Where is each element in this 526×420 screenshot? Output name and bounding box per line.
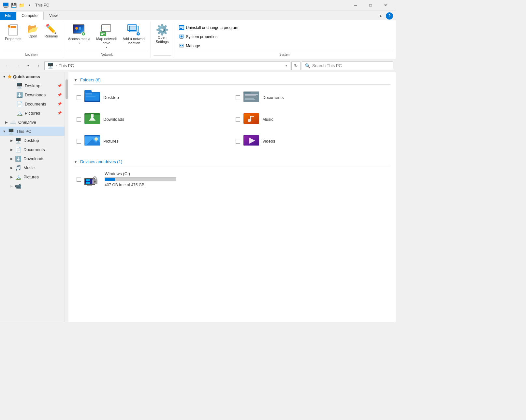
open-settings-button[interactable]: ⚙️ OpenSettings	[153, 23, 171, 46]
folder-desktop[interactable]: Desktop	[74, 87, 231, 108]
maximize-button[interactable]: □	[363, 0, 378, 10]
pictures-qa-icon: 🏔️	[16, 110, 23, 116]
path-dropdown-arrow[interactable]: ▾	[285, 64, 287, 67]
network-group-label: Network	[66, 52, 148, 56]
svg-rect-51	[88, 179, 90, 181]
music-pc-expand-arrow: ▶	[10, 166, 13, 170]
properties-button[interactable]: Properties	[3, 23, 23, 43]
drive-info: Windows (C:) 407 GB free of 475 GB	[105, 171, 176, 187]
devices-section-title: Devices and drives (1)	[80, 159, 122, 164]
recent-locations-button[interactable]: ▾	[23, 61, 33, 70]
manage-button[interactable]: Manage	[177, 42, 393, 50]
folder-desktop-checkbox[interactable]	[77, 95, 81, 100]
sidebar-item-videos-pc[interactable]: ▶ 📹	[0, 181, 65, 190]
sidebar-scrollbar-thumb[interactable]	[66, 79, 68, 99]
address-path[interactable]: 🖥️ › This PC ▾	[44, 61, 290, 70]
rename-label: Rename	[44, 34, 58, 38]
this-pc-label: This PC	[16, 129, 31, 134]
window-controls: ─ □ ✕	[348, 0, 393, 10]
system-buttons: Uninstall or change a program System pro…	[177, 23, 393, 50]
map-network-icon	[100, 24, 113, 36]
downloads-pc-icon: ⬇️	[15, 156, 22, 162]
qat-save-icon[interactable]: 💾	[10, 2, 17, 8]
sidebar-item-pictures-pc[interactable]: ▶ 🏔️ Pictures	[0, 172, 65, 181]
qat-folder-icon[interactable]: 📁	[18, 2, 25, 8]
tab-file[interactable]: File	[0, 12, 16, 20]
sidebar-item-desktop-qa[interactable]: 🖥️ Desktop 📌	[0, 81, 65, 90]
path-text: This PC	[59, 63, 74, 68]
forward-button[interactable]: →	[13, 61, 22, 70]
add-network-button[interactable]: + Add a networklocation	[120, 23, 148, 47]
refresh-button[interactable]: ↻	[291, 61, 300, 70]
svg-point-11	[182, 45, 183, 46]
onedrive-label: OneDrive	[18, 120, 36, 125]
folder-music[interactable]: Music	[233, 109, 390, 130]
folder-pictures[interactable]: Pictures	[74, 131, 231, 151]
drive-windows-c[interactable]: Windows (C:) 407 GB free of 475 GB	[74, 169, 390, 189]
documents-qa-label: Documents	[25, 102, 55, 106]
music-pc-label: Music	[23, 165, 62, 170]
ribbon-collapse-button[interactable]: ▲	[377, 12, 385, 20]
system-properties-button[interactable]: System properties	[177, 33, 393, 41]
access-media-button[interactable]: ▼ Access media ▾	[66, 23, 93, 46]
folder-downloads-checkbox[interactable]	[77, 117, 81, 122]
rename-button[interactable]: ✏️ Rename	[42, 23, 60, 40]
folder-videos-checkbox[interactable]	[236, 139, 240, 144]
sidebar-scrollbar[interactable]	[65, 72, 68, 322]
map-network-button[interactable]: Map networkdrive ▾	[94, 23, 119, 50]
svg-rect-59	[95, 181, 95, 183]
svg-rect-52	[86, 182, 88, 184]
drive-checkbox[interactable]	[77, 177, 81, 182]
folder-downloads[interactable]: Downloads	[74, 109, 231, 130]
search-input[interactable]	[312, 63, 390, 68]
svg-rect-17	[86, 96, 95, 97]
quick-access-star-icon: ★	[7, 74, 12, 80]
content-area: ▼ Folders (6)	[68, 72, 396, 322]
minimize-button[interactable]: ─	[348, 0, 363, 10]
uninstall-button[interactable]: Uninstall or change a program	[177, 24, 393, 32]
qat-dropdown-icon[interactable]: ▾	[26, 2, 33, 8]
close-button[interactable]: ✕	[378, 0, 393, 10]
sidebar-item-documents-pc[interactable]: ▶ 📄 Documents	[0, 145, 65, 154]
desktop-qa-pin: 📌	[57, 84, 62, 88]
desktop-qa-label: Desktop	[25, 83, 55, 88]
sidebar-item-desktop-pc[interactable]: ▶ 🖥️ Desktop	[0, 136, 65, 145]
sidebar-item-downloads-pc[interactable]: ▶ ⬇️ Downloads	[0, 154, 65, 163]
search-box[interactable]: 🔍	[302, 61, 393, 70]
sidebar: ▼ ★ Quick access 🖥️ Desktop 📌 ⬇️ Downloa…	[0, 72, 65, 322]
tab-computer[interactable]: Computer	[17, 12, 44, 20]
open-button[interactable]: 📂 Open	[25, 23, 41, 40]
quick-access-header[interactable]: ▼ ★ Quick access	[0, 72, 65, 81]
svg-rect-18	[84, 90, 92, 93]
folder-documents-checkbox[interactable]	[236, 95, 240, 100]
system-props-icon	[179, 34, 184, 39]
sidebar-item-this-pc[interactable]: ▼ 🖥️ This PC	[0, 127, 65, 136]
folder-videos-label: Videos	[262, 139, 275, 144]
folder-music-label: Music	[262, 117, 273, 122]
tab-view[interactable]: View	[44, 12, 63, 20]
svg-rect-38	[250, 116, 254, 117]
back-button[interactable]: ←	[3, 61, 12, 70]
folder-videos[interactable]: Videos	[233, 131, 390, 151]
up-button[interactable]: ↑	[34, 61, 43, 70]
sidebar-item-documents-qa[interactable]: 📄 Documents 📌	[0, 99, 65, 108]
sidebar-item-onedrive[interactable]: ▶ ☁️ OneDrive	[0, 118, 65, 127]
help-button[interactable]: ?	[386, 12, 393, 20]
folder-music-checkbox[interactable]	[236, 117, 240, 122]
svg-rect-32	[89, 120, 95, 121]
desktop-qa-icon: 🖥️	[16, 83, 23, 89]
drive-space-label: 407 GB free of 475 GB	[105, 183, 176, 187]
onedrive-expand-arrow: ▶	[5, 120, 8, 124]
title-bar-app-icons: 💾 📁 ▾	[3, 2, 33, 8]
folder-desktop-label: Desktop	[103, 95, 119, 100]
folder-documents[interactable]: Documents	[233, 87, 390, 108]
manage-label: Manage	[186, 44, 200, 48]
folders-collapse-arrow[interactable]: ▼	[74, 78, 78, 82]
sidebar-item-music-pc[interactable]: ▶ 🎵 Music	[0, 163, 65, 172]
add-network-label: Add a networklocation	[123, 37, 145, 45]
devices-collapse-arrow[interactable]: ▼	[74, 160, 78, 164]
folder-pictures-checkbox[interactable]	[77, 139, 81, 144]
sidebar-item-pictures-qa[interactable]: 🏔️ Pictures 📌	[0, 108, 65, 118]
open-settings-label: OpenSettings	[156, 35, 169, 44]
sidebar-item-downloads-qa[interactable]: ⬇️ Downloads 📌	[0, 90, 65, 99]
